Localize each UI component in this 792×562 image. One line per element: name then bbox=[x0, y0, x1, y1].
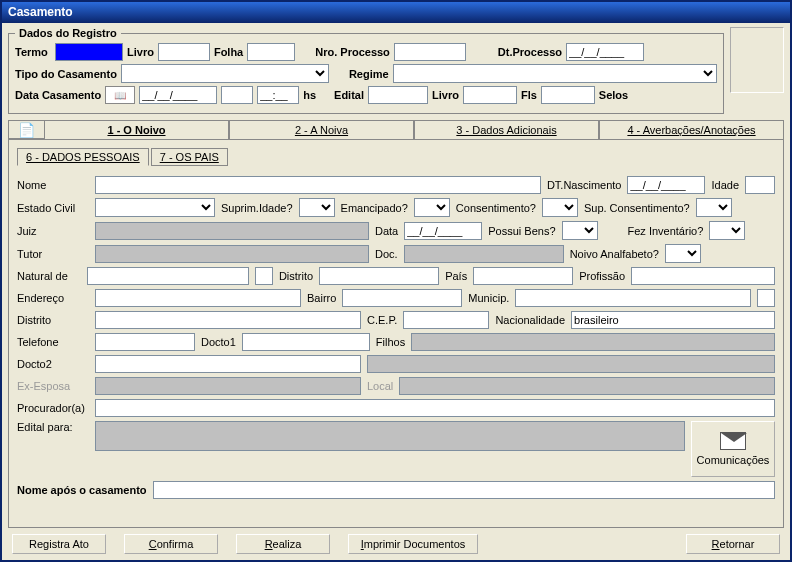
municip-input[interactable] bbox=[515, 289, 751, 307]
estado-civil-select[interactable] bbox=[95, 198, 215, 217]
edital-input[interactable] bbox=[368, 86, 428, 104]
tutor-label: Tutor bbox=[17, 248, 89, 260]
folha-input[interactable] bbox=[247, 43, 295, 61]
data-casamento-input[interactable] bbox=[139, 86, 217, 104]
nacionalidade-label: Nacionalidade bbox=[495, 314, 565, 326]
consentimento-label: Consentimento? bbox=[456, 202, 536, 214]
dt-processo-label: Dt.Processo bbox=[498, 46, 562, 58]
comunicacoes-label: Comunicações bbox=[697, 454, 770, 466]
idade-label: Idade bbox=[711, 179, 739, 191]
tipo-casamento-select[interactable] bbox=[121, 64, 329, 83]
dt-processo-input[interactable] bbox=[566, 43, 644, 61]
profissao-label: Profissão bbox=[579, 270, 625, 282]
tab-icon[interactable]: 📄 bbox=[8, 120, 44, 139]
natural-de-input[interactable] bbox=[87, 267, 249, 285]
nome-apos-input[interactable] bbox=[153, 481, 775, 499]
tipo-casamento-label: Tipo do Casamento bbox=[15, 68, 117, 80]
registra-ato-button[interactable]: Registra Ato bbox=[12, 534, 106, 554]
fls-input[interactable] bbox=[541, 86, 595, 104]
tab-averbacoes[interactable]: 4 - Averbações/Anotações bbox=[599, 120, 784, 139]
municip-uf-input[interactable] bbox=[757, 289, 775, 307]
distrito2-input[interactable] bbox=[95, 311, 361, 329]
endereco-input[interactable] bbox=[95, 289, 301, 307]
procurador-label: Procurador(a) bbox=[17, 402, 89, 414]
filhos-input[interactable] bbox=[411, 333, 775, 351]
tab-noiva[interactable]: 2 - A Noiva bbox=[229, 120, 414, 139]
docto2-input[interactable] bbox=[95, 355, 361, 373]
docto2-label: Docto2 bbox=[17, 358, 89, 370]
nome-input[interactable] bbox=[95, 176, 541, 194]
edital-para-textarea[interactable] bbox=[95, 421, 685, 451]
sup-consentimento-select[interactable] bbox=[696, 198, 732, 217]
emancipado-select[interactable] bbox=[414, 198, 450, 217]
confirma-button[interactable]: Confirma bbox=[124, 534, 218, 554]
main-tabs: 📄 1 - O Noivo 2 - A Noiva 3 - Dados Adic… bbox=[8, 120, 784, 140]
telefone-input[interactable] bbox=[95, 333, 195, 351]
distrito-input[interactable] bbox=[319, 267, 439, 285]
noivo-panel: 6 - DADOS PESSOAIS 7 - OS PAIS Nome DT.N… bbox=[8, 140, 784, 528]
suprim-idade-select[interactable] bbox=[299, 198, 335, 217]
data-casamento-extra-input[interactable] bbox=[221, 86, 253, 104]
procurador-input[interactable] bbox=[95, 399, 775, 417]
data-label: Data bbox=[375, 225, 398, 237]
dt-nasc-input[interactable] bbox=[627, 176, 705, 194]
livro-label: Livro bbox=[127, 46, 154, 58]
distrito-label: Distrito bbox=[279, 270, 313, 282]
docto1-input[interactable] bbox=[242, 333, 370, 351]
nro-processo-input[interactable] bbox=[394, 43, 466, 61]
cep-input[interactable] bbox=[403, 311, 489, 329]
doc-label: Doc. bbox=[375, 248, 398, 260]
termo-input[interactable] bbox=[55, 43, 123, 61]
sup-consentimento-label: Sup. Consentimento? bbox=[584, 202, 690, 214]
book-icon[interactable]: 📖 bbox=[105, 86, 135, 104]
consentimento-select[interactable] bbox=[542, 198, 578, 217]
tab-dados-adicionais[interactable]: 3 - Dados Adicionais bbox=[414, 120, 599, 139]
fls-label: Fls bbox=[521, 89, 537, 101]
emancipado-label: Emancipado? bbox=[341, 202, 408, 214]
natural-de-uf-input[interactable] bbox=[255, 267, 273, 285]
ex-esposa-input bbox=[95, 377, 361, 395]
edital-para-label: Edital para: bbox=[17, 421, 89, 433]
edital-label: Edital bbox=[334, 89, 364, 101]
pais-input[interactable] bbox=[473, 267, 573, 285]
registro-wrapper: Dados do Registro Termo Livro Folha Nro.… bbox=[8, 27, 784, 118]
bairro-input[interactable] bbox=[342, 289, 462, 307]
selos-box[interactable] bbox=[730, 27, 784, 93]
doc-input[interactable] bbox=[404, 245, 564, 263]
subtab-dados-pessoais[interactable]: 6 - DADOS PESSOAIS bbox=[17, 148, 149, 166]
envelope-icon bbox=[720, 432, 746, 450]
tab-noivo[interactable]: 1 - O Noivo bbox=[44, 120, 229, 139]
casamento-window: Casamento Dados do Registro Termo Livro … bbox=[0, 0, 792, 562]
estado-civil-label: Estado Civil bbox=[17, 202, 89, 214]
hora-input[interactable] bbox=[257, 86, 299, 104]
realiza-button[interactable]: Realiza bbox=[236, 534, 330, 554]
tutor-input[interactable] bbox=[95, 245, 369, 263]
noivo-analfabeto-select[interactable] bbox=[665, 244, 701, 263]
footer-buttons: Registra Ato Confirma Realiza Imprimir D… bbox=[8, 528, 784, 554]
possui-bens-label: Possui Bens? bbox=[488, 225, 555, 237]
endereco-label: Endereço bbox=[17, 292, 89, 304]
possui-bens-select[interactable] bbox=[562, 221, 598, 240]
regime-select[interactable] bbox=[393, 64, 717, 83]
subtab-os-pais[interactable]: 7 - OS PAIS bbox=[151, 148, 228, 166]
imprimir-button[interactable]: Imprimir Documentos bbox=[348, 534, 478, 554]
idade-input[interactable] bbox=[745, 176, 775, 194]
registro-legend: Dados do Registro bbox=[15, 27, 121, 39]
comunicacoes-button[interactable]: Comunicações bbox=[691, 421, 775, 477]
data-input[interactable] bbox=[404, 222, 482, 240]
livro-input[interactable] bbox=[158, 43, 210, 61]
retornar-button[interactable]: Retornar bbox=[686, 534, 780, 554]
municip-label: Municip. bbox=[468, 292, 509, 304]
telefone-label: Telefone bbox=[17, 336, 89, 348]
window-title: Casamento bbox=[2, 2, 790, 23]
profissao-input[interactable] bbox=[631, 267, 775, 285]
livro2-input[interactable] bbox=[463, 86, 517, 104]
form-area: Nome DT.Nascimento Idade Estado Civil Su… bbox=[17, 176, 775, 499]
selos-label: Selos bbox=[599, 89, 628, 101]
fez-inventario-select[interactable] bbox=[709, 221, 745, 240]
cep-label: C.E.P. bbox=[367, 314, 397, 326]
juiz-input[interactable] bbox=[95, 222, 369, 240]
termo-label: Termo bbox=[15, 46, 51, 58]
docto2-extra-input[interactable] bbox=[367, 355, 775, 373]
nacionalidade-input[interactable] bbox=[571, 311, 775, 329]
